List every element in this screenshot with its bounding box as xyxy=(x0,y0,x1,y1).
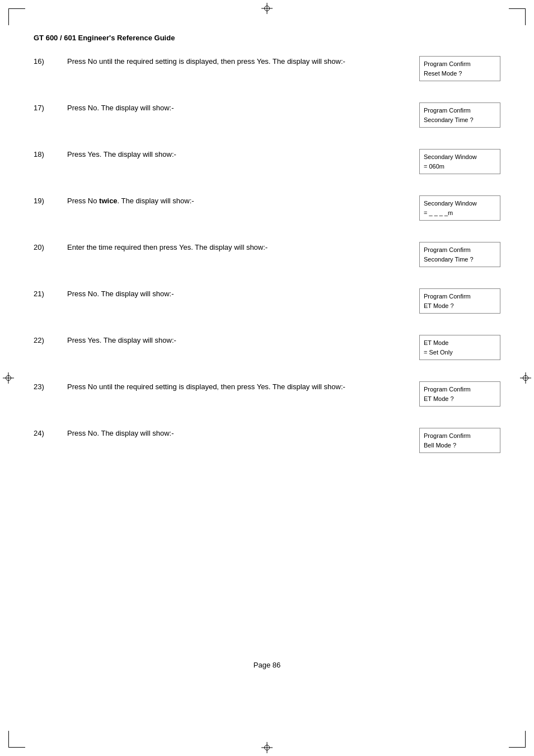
step-row: 21)Press No. The display will show:-Prog… xyxy=(34,288,500,319)
corner-mark-top-left xyxy=(8,8,25,25)
display-box: ET Mode= Set Only xyxy=(419,335,500,360)
crosshair-bottom xyxy=(261,742,273,753)
page-title: GT 600 / 601 Engineer's Reference Guide xyxy=(34,34,500,42)
step-number: 21) xyxy=(34,288,67,298)
step-text: Press Yes. The display will show:- xyxy=(67,335,419,346)
display-line1: Secondary Window xyxy=(424,152,496,162)
step-number: 17) xyxy=(34,102,67,112)
step-number: 16) xyxy=(34,56,67,66)
display-line1: ET Mode xyxy=(424,338,496,348)
step-row: 19)Press No twice. The display will show… xyxy=(34,195,500,226)
step-number: 18) xyxy=(34,149,67,158)
display-line2: = Set Only xyxy=(424,348,496,357)
step-text: Enter the time required then press Yes. … xyxy=(67,242,419,253)
corner-mark-top-right xyxy=(509,8,526,25)
crosshair-right xyxy=(520,372,531,384)
display-line1: Program Confirm xyxy=(424,106,496,115)
page-container: GT 600 / 601 Engineer's Reference Guide … xyxy=(0,0,534,756)
display-line2: Reset Mode ? xyxy=(424,69,496,78)
step-text: Press No twice. The display will show:- xyxy=(67,195,419,207)
main-content: GT 600 / 601 Engineer's Reference Guide … xyxy=(34,34,500,700)
step-number: 19) xyxy=(34,195,67,205)
corner-mark-bottom-right xyxy=(509,731,526,748)
step-row: 24)Press No. The display will show:-Prog… xyxy=(34,428,500,459)
step-text: Press No. The display will show:- xyxy=(67,428,419,439)
display-box: Program ConfirmSecondary Time ? xyxy=(419,242,500,267)
display-line2: ET Mode ? xyxy=(424,301,496,311)
display-line2: Secondary Time ? xyxy=(424,255,496,264)
display-line2: = _ _ _ _m xyxy=(424,208,496,218)
step-text: Press No. The display will show:- xyxy=(67,288,419,300)
step-number: 23) xyxy=(34,381,67,391)
step-number: 22) xyxy=(34,335,67,344)
steps-container: 16)Press No until the required setting i… xyxy=(34,56,500,459)
display-line2: ET Mode ? xyxy=(424,394,496,404)
crosshair-top xyxy=(261,3,273,14)
corner-mark-bottom-left xyxy=(8,731,25,748)
display-line1: Program Confirm xyxy=(424,431,496,441)
step-number: 20) xyxy=(34,242,67,251)
page-footer: Page 86 xyxy=(34,661,500,669)
step-row: 16)Press No until the required setting i… xyxy=(34,56,500,87)
display-box: Program ConfirmSecondary Time ? xyxy=(419,102,500,128)
step-row: 18)Press Yes. The display will show:-Sec… xyxy=(34,149,500,180)
display-line1: Program Confirm xyxy=(424,245,496,255)
step-number: 24) xyxy=(34,428,67,437)
display-box: Program ConfirmReset Mode ? xyxy=(419,56,500,81)
display-box: Program ConfirmBell Mode ? xyxy=(419,428,500,453)
display-line2: Secondary Time ? xyxy=(424,115,496,125)
crosshair-left xyxy=(3,372,14,384)
step-text: Press No until the required setting is d… xyxy=(67,56,419,67)
step-row: 23)Press No until the required setting i… xyxy=(34,381,500,412)
display-line1: Program Confirm xyxy=(424,385,496,394)
step-row: 17)Press No. The display will show:-Prog… xyxy=(34,102,500,133)
display-line1: Secondary Window xyxy=(424,199,496,208)
display-box: Secondary Window= _ _ _ _m xyxy=(419,195,500,221)
step-text: Press No until the required setting is d… xyxy=(67,381,419,393)
display-line1: Program Confirm xyxy=(424,59,496,69)
step-text: Press No. The display will show:- xyxy=(67,102,419,114)
display-box: Program ConfirmET Mode ? xyxy=(419,381,500,407)
step-row: 22)Press Yes. The display will show:-ET … xyxy=(34,335,500,366)
step-text: Press Yes. The display will show:- xyxy=(67,149,419,160)
display-box: Secondary Window= 060m xyxy=(419,149,500,174)
display-line1: Program Confirm xyxy=(424,292,496,301)
display-line2: = 060m xyxy=(424,162,496,171)
step-row: 20)Enter the time required then press Ye… xyxy=(34,242,500,273)
display-line2: Bell Mode ? xyxy=(424,441,496,450)
display-box: Program ConfirmET Mode ? xyxy=(419,288,500,314)
